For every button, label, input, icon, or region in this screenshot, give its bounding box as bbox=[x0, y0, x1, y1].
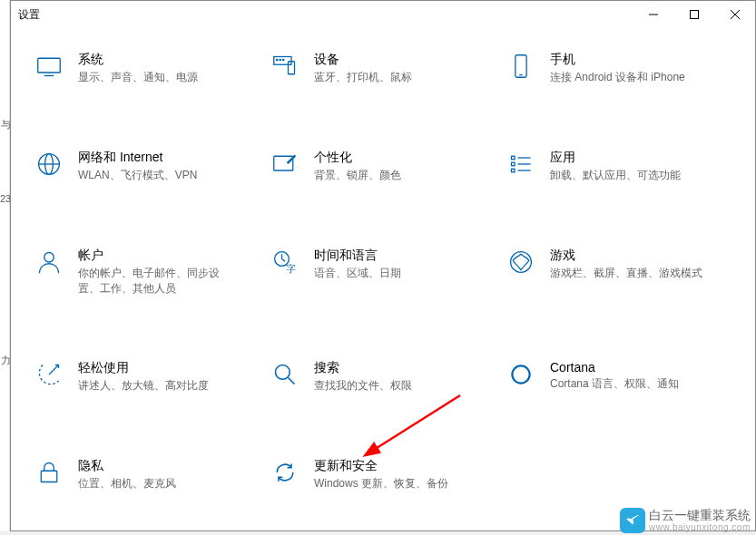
tile-ease-of-access[interactable]: 轻松使用讲述人、放大镜、高对比度 bbox=[29, 355, 265, 400]
tile-title: Cortana bbox=[550, 360, 679, 374]
tile-desc: 讲述人、放大镜、高对比度 bbox=[78, 378, 209, 394]
tile-personalization[interactable]: 个性化背景、锁屏、颜色 bbox=[265, 144, 501, 190]
watermark-name: 白云一键重装系统 bbox=[649, 509, 751, 522]
search-icon bbox=[269, 362, 301, 394]
minimize-button[interactable] bbox=[633, 1, 673, 28]
svg-rect-33 bbox=[41, 471, 57, 482]
svg-point-23 bbox=[44, 253, 54, 263]
settings-window: 设置 系统显示、声音、通知、电源 设备蓝牙、打印机、鼠标 手机连接 Androi… bbox=[10, 0, 756, 531]
tile-desc: 蓝牙、打印机、鼠标 bbox=[314, 70, 412, 85]
tile-desc: 游戏栏、截屏、直播、游戏模式 bbox=[550, 266, 702, 281]
tile-gaming[interactable]: 游戏游戏栏、截屏、直播、游戏模式 bbox=[501, 242, 737, 302]
window-title: 设置 bbox=[18, 7, 40, 23]
tile-title: 轻松使用 bbox=[78, 360, 209, 376]
tile-apps[interactable]: 应用卸载、默认应用、可选功能 bbox=[501, 144, 737, 190]
tile-title: 游戏 bbox=[550, 248, 702, 264]
tile-desc: 语音、区域、日期 bbox=[314, 266, 401, 281]
phone-icon bbox=[505, 54, 537, 86]
tile-desc: 连接 Android 设备和 iPhone bbox=[550, 70, 685, 85]
tile-cortana[interactable]: CortanaCortana 语言、权限、通知 bbox=[501, 355, 737, 400]
tile-system[interactable]: 系统显示、声音、通知、电源 bbox=[29, 46, 265, 92]
tile-update-security[interactable]: 更新和安全Windows 更新、恢复、备份 bbox=[265, 452, 501, 498]
tile-devices[interactable]: 设备蓝牙、打印机、鼠标 bbox=[265, 46, 501, 92]
svg-point-32 bbox=[512, 365, 529, 383]
maximize-button[interactable] bbox=[673, 1, 714, 28]
tile-title: 系统 bbox=[78, 52, 198, 68]
ease-of-access-icon bbox=[33, 362, 65, 394]
tile-title: 时间和语言 bbox=[314, 248, 401, 264]
tile-title: 应用 bbox=[550, 150, 681, 166]
svg-line-29 bbox=[49, 365, 59, 374]
svg-point-30 bbox=[276, 365, 290, 379]
cortana-icon bbox=[505, 362, 537, 394]
tile-desc: 你的帐户、电子邮件、同步设置、工作、其他人员 bbox=[78, 266, 232, 297]
svg-rect-1 bbox=[690, 11, 698, 19]
svg-rect-17 bbox=[512, 156, 515, 160]
tile-title: 个性化 bbox=[314, 150, 401, 166]
svg-point-9 bbox=[280, 59, 280, 60]
svg-text:字: 字 bbox=[286, 263, 296, 274]
svg-point-10 bbox=[283, 59, 284, 60]
gaming-icon bbox=[505, 249, 537, 282]
background-window-edge: 与 23 力 bbox=[0, 0, 10, 531]
svg-rect-21 bbox=[512, 169, 515, 172]
tile-desc: 查找我的文件、权限 bbox=[314, 378, 412, 394]
svg-point-8 bbox=[277, 59, 278, 60]
tile-desc: 卸载、默认应用、可选功能 bbox=[550, 168, 681, 183]
tile-desc: Windows 更新、恢复、备份 bbox=[314, 476, 448, 491]
titlebar: 设置 bbox=[11, 1, 755, 28]
time-language-icon: 字 bbox=[269, 249, 301, 282]
tile-title: 设备 bbox=[314, 52, 412, 68]
privacy-icon bbox=[33, 460, 65, 492]
tile-network[interactable]: 网络和 InternetWLAN、飞行模式、VPN bbox=[29, 144, 265, 190]
network-icon bbox=[33, 151, 65, 184]
svg-rect-4 bbox=[38, 58, 61, 73]
watermark-url: www.baiyunxitong.com bbox=[649, 522, 751, 532]
tile-desc: 显示、声音、通知、电源 bbox=[78, 70, 198, 85]
system-icon bbox=[33, 54, 65, 86]
devices-icon bbox=[269, 54, 301, 86]
tile-accounts[interactable]: 帐户你的帐户、电子邮件、同步设置、工作、其他人员 bbox=[29, 242, 265, 302]
tile-desc: 背景、锁屏、颜色 bbox=[314, 168, 401, 183]
tile-title: 帐户 bbox=[78, 248, 232, 264]
svg-rect-19 bbox=[512, 162, 515, 166]
tile-desc: Cortana 语言、权限、通知 bbox=[550, 376, 679, 392]
tile-search[interactable]: 搜索查找我的文件、权限 bbox=[265, 355, 501, 400]
accounts-icon bbox=[33, 249, 65, 282]
personalization-icon bbox=[269, 151, 301, 184]
svg-line-26 bbox=[282, 259, 286, 262]
tile-privacy[interactable]: 隐私位置、相机、麦克风 bbox=[29, 452, 265, 498]
watermark: 白云一键重装系统 www.baiyunxitong.com bbox=[620, 508, 751, 533]
update-security-icon bbox=[269, 460, 301, 492]
tile-title: 隐私 bbox=[78, 458, 176, 474]
svg-rect-11 bbox=[515, 55, 526, 78]
close-button[interactable] bbox=[714, 1, 755, 28]
apps-icon bbox=[505, 151, 537, 184]
tile-title: 更新和安全 bbox=[314, 458, 448, 474]
tile-title: 搜索 bbox=[314, 360, 412, 376]
tile-desc: 位置、相机、麦克风 bbox=[78, 476, 176, 491]
tile-desc: WLAN、飞行模式、VPN bbox=[78, 168, 197, 183]
svg-rect-16 bbox=[274, 156, 293, 170]
tile-phone[interactable]: 手机连接 Android 设备和 iPhone bbox=[501, 46, 737, 92]
svg-line-31 bbox=[289, 377, 295, 384]
tile-title: 手机 bbox=[550, 52, 685, 68]
watermark-logo-icon bbox=[620, 508, 645, 533]
tile-time-language[interactable]: 字 时间和语言语音、区域、日期 bbox=[265, 242, 501, 302]
tile-title: 网络和 Internet bbox=[78, 150, 197, 166]
window-controls bbox=[633, 1, 755, 28]
settings-grid: 系统显示、声音、通知、电源 设备蓝牙、打印机、鼠标 手机连接 Android 设… bbox=[29, 46, 737, 498]
